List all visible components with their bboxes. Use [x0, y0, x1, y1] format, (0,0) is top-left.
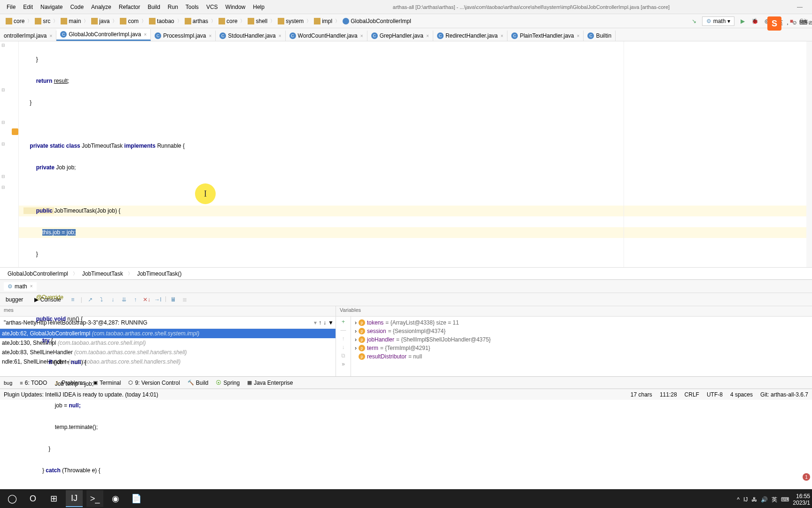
menu-code[interactable]: Code — [67, 2, 86, 12]
fold-icon[interactable]: ⊟ — [1, 142, 5, 146]
tab-8[interactable]: CBuiltin — [584, 31, 616, 41]
window-title: arthas-all [D:\arthas\arthas] - ...\java… — [267, 4, 795, 10]
tab-6[interactable]: CRedirectHandler.java× — [433, 31, 508, 41]
tab-7[interactable]: CPlainTextHandler.java× — [508, 31, 584, 41]
code-line: public void run() { — [19, 314, 812, 325]
code-line: public JobTimeoutTask(Job job) { — [19, 206, 812, 216]
navigation-toolbar: core〉 src〉 main〉 java〉 com〉 taobao〉 arth… — [0, 14, 812, 28]
code-line: } — [19, 249, 812, 260]
code-line: Job temp = job; — [19, 379, 812, 389]
bc-com[interactable]: com — [118, 17, 141, 25]
code-line: try { — [19, 335, 812, 346]
bc-main[interactable]: main — [59, 17, 83, 25]
bc-arthas[interactable]: arthas — [183, 17, 210, 25]
class-icon: C — [289, 32, 296, 39]
fold-icon[interactable]: ⊟ — [1, 174, 5, 179]
ime-toolbar[interactable]: 英 ， ☺ ⌨ ⎚ — [777, 19, 812, 27]
close-icon[interactable]: × — [144, 32, 147, 37]
code-area[interactable]: } return result; } private static class … — [19, 41, 812, 267]
tab-3[interactable]: CStdoutHandler.java× — [216, 31, 285, 41]
menu-window[interactable]: Window — [223, 2, 249, 12]
error-badge[interactable]: 1 — [803, 473, 810, 481]
menu-navigate[interactable]: Navigate — [38, 2, 65, 12]
error-stripe[interactable] — [806, 41, 812, 267]
fold-icon[interactable]: ⊟ — [1, 43, 5, 48]
editor-tabs: ontrollerImpl.java× CGlobalJobController… — [0, 28, 812, 41]
close-icon[interactable]: × — [49, 33, 52, 39]
bc-taobao[interactable]: taobao — [147, 17, 176, 25]
cursor-highlight — [195, 183, 216, 204]
class-icon: C — [219, 32, 226, 39]
fold-icon[interactable]: ⊟ — [1, 120, 5, 125]
tray-lang[interactable]: 英 — [772, 496, 777, 504]
intention-bulb-icon[interactable] — [12, 128, 18, 135]
code-line: private static class JobTimeoutTask impl… — [19, 141, 812, 151]
bc-impl[interactable]: impl — [312, 17, 334, 25]
intellij-icon[interactable]: IJ — [66, 490, 83, 507]
code-line: if (job != null) { — [19, 357, 812, 368]
bc-core[interactable]: core — [4, 17, 26, 25]
editor[interactable]: ⊟ ⊟ ⊟ ⊟ ⊟ ⊟ } return result; } private s… — [0, 41, 812, 267]
sogou-ime-icon[interactable]: S — [767, 16, 781, 31]
class-icon: C — [60, 31, 67, 38]
run-button[interactable]: ▶ — [738, 17, 747, 25]
fold-icon[interactable]: ⊟ — [1, 185, 5, 190]
system-tray[interactable]: ^ IJ 🖧 🔊 英 ⌨ 16:55 2023/1 — [737, 493, 810, 506]
bc-shell[interactable]: shell — [246, 17, 269, 25]
tray-up-icon[interactable]: ^ — [737, 496, 740, 503]
debug-button[interactable]: 🐞 — [750, 17, 759, 25]
menu-edit[interactable]: Edit — [20, 2, 36, 12]
main-menu: File Edit Navigate Code Analyze Refactor… — [4, 2, 267, 12]
code-line: job = null; — [19, 400, 812, 411]
tab-0[interactable]: ontrollerImpl.java× — [0, 31, 56, 41]
tray-volume-icon[interactable]: 🔊 — [761, 496, 768, 503]
gutter[interactable]: ⊟ ⊟ ⊟ ⊟ ⊟ ⊟ — [0, 41, 19, 267]
bc-core2[interactable]: core — [217, 17, 239, 25]
menu-refactor[interactable]: Refactor — [116, 2, 143, 12]
cortana-icon[interactable]: ◯ — [4, 490, 21, 507]
menu-run[interactable]: Run — [165, 2, 181, 12]
menu-tools[interactable]: Tools — [183, 2, 202, 12]
code-line — [19, 184, 812, 195]
tray-time[interactable]: 16:55 — [793, 493, 810, 500]
tab-4[interactable]: CWordCountHandler.java× — [286, 31, 367, 41]
bc-system[interactable]: system — [276, 17, 305, 25]
close-icon[interactable]: × — [577, 33, 580, 39]
bc-java[interactable]: java — [89, 17, 111, 25]
menu-vcs[interactable]: VCS — [203, 2, 221, 12]
tab-5[interactable]: CGrepHandler.java× — [367, 31, 433, 41]
close-icon[interactable]: × — [426, 33, 429, 39]
close-icon[interactable]: × — [279, 33, 281, 39]
code-line-selected: this.job = job; — [19, 227, 812, 238]
bc-src[interactable]: src — [33, 17, 52, 25]
tray-network-icon[interactable]: 🖧 — [751, 496, 757, 503]
minimize-button[interactable]: — — [795, 4, 804, 10]
task-view-icon[interactable]: ⊞ — [45, 490, 62, 507]
folder-icon — [61, 18, 67, 24]
close-icon[interactable]: × — [360, 33, 363, 39]
tray-ij-icon[interactable]: IJ — [743, 496, 748, 503]
bc-class[interactable]: GlobalJobControllerImpl — [341, 17, 413, 25]
close-icon[interactable]: × — [500, 33, 503, 39]
folder-icon — [91, 18, 98, 24]
chrome-icon[interactable]: ◉ — [107, 490, 124, 507]
menu-file[interactable]: File — [4, 2, 18, 12]
menu-help[interactable]: Help — [250, 2, 267, 12]
search-icon[interactable]: O — [24, 490, 41, 507]
fold-icon[interactable]: ⊟ — [1, 87, 5, 92]
build-icon[interactable]: ↘ — [690, 17, 698, 25]
run-config-selector[interactable]: ⚙ math ▾ — [702, 16, 735, 26]
menu-analyze[interactable]: Analyze — [88, 2, 114, 12]
tray-ime-icon[interactable]: ⌨ — [781, 496, 789, 503]
class-icon: C — [587, 32, 594, 39]
terminal-icon[interactable]: >_ — [86, 490, 103, 507]
code-line — [19, 270, 812, 281]
menu-build[interactable]: Build — [145, 2, 163, 12]
close-icon[interactable]: × — [209, 33, 212, 39]
tray-date[interactable]: 2023/1 — [793, 500, 810, 506]
app-icon[interactable]: 📄 — [128, 490, 145, 507]
tab-1[interactable]: CGlobalJobControllerImpl.java× — [56, 29, 151, 41]
tab-2[interactable]: CProcessImpl.java× — [151, 31, 216, 41]
run-config-icon: ⚙ — [8, 283, 13, 290]
tool-debug[interactable]: bug — [4, 380, 12, 386]
